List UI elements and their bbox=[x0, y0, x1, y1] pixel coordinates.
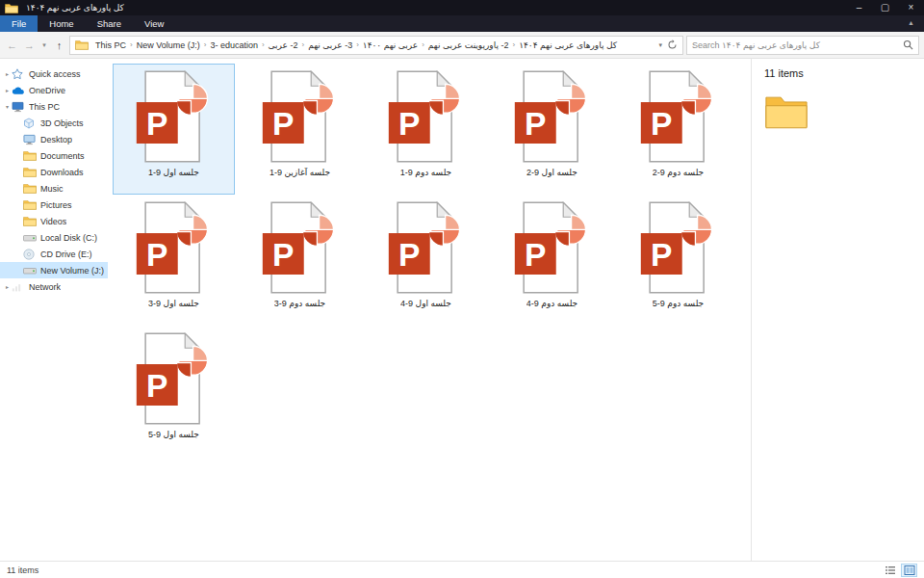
menu-tab-view[interactable]: View bbox=[133, 15, 175, 32]
file-item[interactable]: Pجلسه اول 9-2 bbox=[491, 64, 613, 195]
file-item[interactable]: Pجلسه دوم 9-3 bbox=[239, 195, 361, 326]
sidebar-item-label: Network bbox=[29, 282, 61, 292]
search-box[interactable] bbox=[686, 36, 919, 55]
content-area: Pجلسه اول 9-1Pجلسه آغازین 9-1Pجلسه دوم 9… bbox=[108, 59, 751, 561]
drive-icon bbox=[23, 233, 38, 243]
svg-text:P: P bbox=[651, 236, 672, 272]
sidebar-item-onedrive[interactable]: ▸OneDrive bbox=[0, 82, 108, 98]
sidebar-item-music[interactable]: Music bbox=[0, 180, 108, 197]
sidebar-item-cd-drive-e[interactable]: CD Drive (E:) bbox=[0, 246, 108, 262]
folder-preview-icon bbox=[764, 93, 911, 133]
powerpoint-file-icon: P bbox=[638, 198, 719, 296]
breadcrumb-segment[interactable]: 2- عربی bbox=[266, 40, 301, 50]
close-button[interactable]: × bbox=[898, 0, 924, 15]
sidebar-item-quick-access[interactable]: ▸Quick access bbox=[0, 66, 108, 82]
refresh-icon[interactable] bbox=[667, 39, 678, 51]
expander-icon[interactable]: ▸ bbox=[3, 283, 12, 290]
powerpoint-file-icon: P bbox=[386, 198, 467, 296]
breadcrumb-segment[interactable]: New Volume (J:) bbox=[134, 40, 203, 50]
file-item[interactable]: Pجلسه دوم 9-1 bbox=[365, 64, 487, 195]
sidebar-item-label: Local Disk (C:) bbox=[40, 233, 97, 243]
status-items-count: 11 items bbox=[7, 565, 38, 575]
file-item[interactable]: Pجلسه دوم 9-2 bbox=[617, 64, 739, 195]
search-icon bbox=[903, 37, 913, 54]
sidebar-item-network[interactable]: ▸Network bbox=[0, 278, 108, 295]
forward-button[interactable]: → bbox=[22, 39, 37, 51]
powerpoint-file-icon: P bbox=[134, 67, 215, 165]
svg-text:P: P bbox=[525, 236, 546, 272]
sidebar-item-3d-objects[interactable]: 3D Objects bbox=[0, 115, 108, 131]
file-item[interactable]: Pجلسه اول 9-3 bbox=[113, 195, 235, 326]
sidebar-item-label: Documents bbox=[40, 151, 85, 161]
sidebar-item-label: CD Drive (E:) bbox=[40, 250, 92, 259]
thumbnails-view-button[interactable] bbox=[901, 564, 917, 577]
powerpoint-file-icon: P bbox=[260, 67, 341, 165]
up-button[interactable]: ↑ bbox=[52, 39, 66, 51]
sidebar-item-pictures[interactable]: Pictures bbox=[0, 197, 108, 213]
address-dropdown-icon[interactable]: ▾ bbox=[658, 41, 662, 49]
folder-icon bbox=[23, 216, 38, 226]
back-button[interactable]: ← bbox=[5, 39, 19, 51]
file-name: جلسه دوم 9-4 bbox=[526, 299, 578, 308]
menu-tab-share[interactable]: Share bbox=[86, 15, 133, 32]
powerpoint-file-icon: P bbox=[134, 198, 215, 296]
folder-icon bbox=[23, 183, 38, 194]
svg-text:P: P bbox=[146, 367, 167, 403]
file-name: جلسه اول 9-3 bbox=[148, 299, 199, 308]
address-bar[interactable]: This PC›New Volume (J:)›3- education›2- … bbox=[69, 36, 683, 55]
file-item[interactable]: Pجلسه دوم 9-4 bbox=[491, 195, 613, 326]
sidebar-item-label: Music bbox=[40, 184, 64, 194]
details-pane: 11 items bbox=[751, 59, 924, 561]
sidebar-item-label: New Volume (J:) bbox=[40, 266, 104, 276]
expander-icon[interactable]: ▸ bbox=[3, 87, 12, 93]
recent-locations-icon[interactable]: ▾ bbox=[39, 41, 49, 49]
minimize-button[interactable]: – bbox=[846, 0, 872, 15]
svg-text:P: P bbox=[272, 236, 294, 272]
status-bar: 11 items bbox=[0, 561, 924, 578]
ribbon-collapse-icon[interactable]: ▲ bbox=[898, 15, 924, 32]
file-item[interactable]: Pجلسه دوم 9-5 bbox=[617, 195, 739, 326]
file-item[interactable]: Pجلسه اول 9-4 bbox=[365, 195, 487, 326]
breadcrumb-segment[interactable]: 3- عربی نهم bbox=[305, 40, 355, 50]
file-name: جلسه اول 9-4 bbox=[400, 299, 451, 308]
sidebar-item-this-pc[interactable]: ▾This PC bbox=[0, 98, 108, 115]
sidebar-item-videos[interactable]: Videos bbox=[0, 213, 108, 229]
window-controls: – ▢ × bbox=[846, 0, 924, 15]
file-name: جلسه اول 9-5 bbox=[148, 430, 199, 439]
breadcrumb-segment[interactable]: کل پاورهای عربی نهم ۱۴۰۴ bbox=[516, 40, 620, 50]
maximize-button[interactable]: ▢ bbox=[872, 0, 898, 15]
window-title: کل پاورهای عربی نهم ۱۴۰۴ bbox=[26, 3, 124, 13]
window-folder-icon bbox=[5, 3, 18, 13]
breadcrumb-segment[interactable]: 3- education bbox=[207, 40, 261, 50]
sidebar-item-label: Quick access bbox=[29, 69, 81, 79]
breadcrumb-segment[interactable]: This PC bbox=[92, 40, 129, 50]
sidebar-item-label: Pictures bbox=[40, 200, 72, 210]
file-item[interactable]: Pجلسه اول 9-1 bbox=[113, 64, 235, 195]
file-item[interactable]: Pجلسه آغازین 9-1 bbox=[239, 64, 361, 195]
file-name: جلسه دوم 9-1 bbox=[400, 168, 451, 177]
sidebar: ▸Quick access▸OneDrive▾This PC3D Objects… bbox=[0, 59, 108, 561]
sidebar-item-downloads[interactable]: Downloads bbox=[0, 164, 108, 180]
sidebar-item-new-volume-j[interactable]: New Volume (J:) bbox=[0, 262, 108, 278]
sidebar-item-desktop[interactable]: Desktop bbox=[0, 131, 108, 147]
cd-icon bbox=[23, 249, 38, 260]
menu-tab-bar: FileHomeShareView bbox=[0, 15, 175, 32]
star-icon bbox=[12, 68, 26, 80]
menu-tab-home[interactable]: Home bbox=[38, 15, 85, 32]
powerpoint-file-icon: P bbox=[260, 198, 341, 296]
sidebar-item-documents[interactable]: Documents bbox=[0, 147, 108, 164]
file-grid: Pجلسه اول 9-1Pجلسه آغازین 9-1Pجلسه دوم 9… bbox=[113, 64, 751, 457]
expander-icon[interactable]: ▸ bbox=[3, 70, 12, 77]
breadcrumb-segment[interactable]: عربی نهم ۱۴۰۰ bbox=[360, 40, 421, 50]
drive-icon bbox=[23, 266, 38, 276]
sidebar-item-local-disk-c[interactable]: Local Disk (C:) bbox=[0, 229, 108, 246]
title-bar: کل پاورهای عربی نهم ۱۴۰۴ – ▢ × bbox=[0, 0, 924, 15]
details-view-button[interactable] bbox=[882, 564, 898, 577]
svg-text:P: P bbox=[272, 105, 294, 141]
powerpoint-file-icon: P bbox=[386, 67, 467, 165]
menu-tab-file[interactable]: File bbox=[0, 15, 38, 32]
file-item[interactable]: Pجلسه اول 9-5 bbox=[113, 326, 235, 457]
breadcrumb-segment[interactable]: 2- پاورپوینت عربی نهم bbox=[425, 40, 512, 50]
search-input[interactable] bbox=[692, 40, 899, 50]
expander-icon[interactable]: ▾ bbox=[3, 103, 12, 110]
